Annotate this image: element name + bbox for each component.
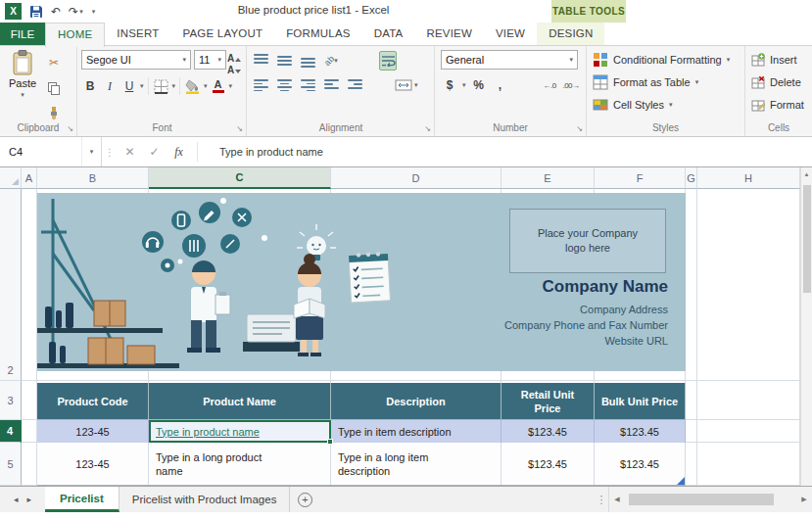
column-header-g[interactable]: G: [686, 167, 697, 189]
enter-button[interactable]: ✓: [142, 145, 167, 159]
next-sheet-icon[interactable]: ▸: [27, 495, 32, 504]
increase-font-size-button[interactable]: A: [227, 52, 241, 64]
copy-button[interactable]: [45, 78, 63, 98]
italic-button[interactable]: I: [101, 76, 119, 96]
grid-cell[interactable]: [22, 420, 37, 443]
column-header-f[interactable]: F: [595, 167, 686, 189]
cell-product-name-selected[interactable]: Type in product name: [149, 420, 331, 443]
align-center-button[interactable]: [275, 75, 293, 95]
vertical-scrollbar[interactable]: ▲: [800, 167, 812, 486]
new-sheet-button[interactable]: +: [290, 487, 319, 512]
header-description[interactable]: Description: [331, 383, 502, 420]
cell-product-code[interactable]: 123-45: [37, 420, 149, 443]
horizontal-scrollbar-thumb[interactable]: [629, 494, 774, 505]
scroll-up-icon[interactable]: ▲: [801, 167, 812, 181]
excel-logo-icon[interactable]: X: [5, 3, 22, 20]
percent-style-button[interactable]: %: [470, 75, 488, 95]
grid-cell[interactable]: [697, 189, 800, 381]
grid-cell[interactable]: [686, 381, 697, 420]
number-dialog-launcher[interactable]: ↘: [576, 124, 583, 133]
column-header-h[interactable]: H: [697, 167, 800, 189]
vertical-scrollbar-thumb[interactable]: [803, 185, 811, 293]
format-painter-button[interactable]: [45, 104, 63, 123]
tab-view[interactable]: VIEW: [484, 23, 537, 45]
cell-description[interactable]: Type in item description: [331, 420, 502, 443]
tab-formulas[interactable]: FORMULAS: [274, 23, 362, 45]
conditional-formatting-button[interactable]: Conditional Formatting ▾: [593, 50, 730, 70]
tab-design[interactable]: DESIGN: [537, 23, 604, 45]
row-header-2[interactable]: 2: [0, 189, 22, 381]
cell-product-code[interactable]: 123-45: [37, 443, 149, 485]
row-header-4[interactable]: 4: [0, 420, 22, 443]
clipboard-dialog-launcher[interactable]: ↘: [67, 124, 73, 133]
sheet-tab-pricelist-with-images[interactable]: Pricelist with Product Images: [119, 487, 291, 512]
bold-button[interactable]: B: [81, 76, 99, 96]
header-product-name[interactable]: Product Name: [149, 383, 331, 420]
column-header-b[interactable]: B: [37, 167, 149, 189]
format-as-table-button[interactable]: Format as Table ▾: [593, 72, 698, 92]
tab-data[interactable]: DATA: [362, 23, 415, 45]
tab-review[interactable]: REVIEW: [414, 23, 484, 45]
format-cells-button[interactable]: Format: [751, 95, 804, 115]
select-all-button[interactable]: ◢: [0, 167, 22, 189]
font-size-combo[interactable]: 11 ▾: [194, 50, 226, 70]
tab-home[interactable]: HOME: [45, 23, 105, 47]
cell-bulk-price[interactable]: $123.45: [595, 443, 686, 485]
comma-style-button[interactable]: ,: [492, 75, 509, 95]
insert-cells-button[interactable]: Insert: [751, 50, 797, 70]
header-retail-unit-price[interactable]: Retail Unit Price: [502, 383, 595, 420]
cancel-button[interactable]: ✕: [118, 145, 142, 159]
tab-page-layout[interactable]: PAGE LAYOUT: [170, 23, 274, 45]
merge-center-button[interactable]: ▾: [395, 75, 418, 95]
underline-button[interactable]: U: [120, 76, 138, 96]
number-format-combo[interactable]: General ▾: [441, 50, 578, 70]
row-header-3[interactable]: 3: [0, 381, 22, 420]
cut-button[interactable]: ✂: [45, 53, 63, 72]
bottom-align-button[interactable]: [299, 51, 316, 71]
cell-retail-price[interactable]: $123.45: [502, 443, 595, 485]
align-right-button[interactable]: [299, 75, 316, 95]
decrease-decimal-button[interactable]: .00→: [562, 75, 580, 95]
wrap-text-button[interactable]: [379, 51, 397, 71]
undo-button[interactable]: ↶: [51, 4, 61, 20]
cell-description[interactable]: Type in a long item description: [331, 443, 502, 485]
grid-cell[interactable]: [686, 420, 697, 443]
accounting-format-button[interactable]: $: [441, 75, 458, 95]
grid-cell[interactable]: [686, 189, 697, 381]
delete-cells-button[interactable]: Delete: [751, 72, 801, 92]
scroll-left-icon[interactable]: ◀: [609, 496, 625, 503]
increase-indent-button[interactable]: [346, 75, 363, 95]
table-resize-handle[interactable]: [677, 477, 685, 485]
grid-cell[interactable]: [22, 189, 37, 381]
grid-cell[interactable]: [22, 381, 37, 420]
insert-function-button[interactable]: fx: [167, 145, 191, 160]
grid-cell[interactable]: [697, 381, 800, 420]
cell-styles-button[interactable]: Cell Styles ▾: [593, 95, 672, 115]
tab-insert[interactable]: INSERT: [105, 23, 170, 45]
redo-button[interactable]: ↷▾: [69, 4, 83, 20]
font-dialog-launcher[interactable]: ↘: [236, 124, 243, 133]
grid-cell[interactable]: [697, 443, 800, 486]
tab-bar-resize-handle[interactable]: ⋮: [595, 487, 608, 512]
formula-bar-content[interactable]: Type in product name: [206, 146, 323, 158]
horizontal-scrollbar-track[interactable]: [625, 487, 796, 512]
middle-align-button[interactable]: [275, 51, 293, 71]
name-box[interactable]: C4 ▾: [0, 137, 102, 166]
decrease-indent-button[interactable]: [322, 75, 340, 95]
header-illustration[interactable]: Place your Company logo here Company Nam…: [37, 193, 686, 371]
column-header-c[interactable]: C: [149, 167, 331, 189]
column-header-a[interactable]: A: [22, 167, 37, 189]
grid-cell[interactable]: [686, 443, 697, 486]
column-header-d[interactable]: D: [331, 167, 502, 189]
tab-file[interactable]: FILE: [0, 23, 45, 45]
alignment-dialog-launcher[interactable]: ↘: [424, 124, 431, 133]
fill-color-button[interactable]: [184, 76, 202, 96]
formula-bar-drag-handle[interactable]: ⋮: [102, 147, 118, 158]
sheet-tab-pricelist[interactable]: Pricelist: [45, 487, 119, 512]
orientation-button[interactable]: ab▾: [322, 51, 340, 71]
paste-button[interactable]: Paste ▾: [4, 50, 41, 111]
decrease-font-size-button[interactable]: A: [227, 64, 241, 75]
font-name-combo[interactable]: Segoe UI ▾: [81, 50, 191, 70]
previous-sheet-icon[interactable]: ◂: [14, 495, 19, 504]
increase-decimal-button[interactable]: ←.0: [541, 75, 558, 95]
